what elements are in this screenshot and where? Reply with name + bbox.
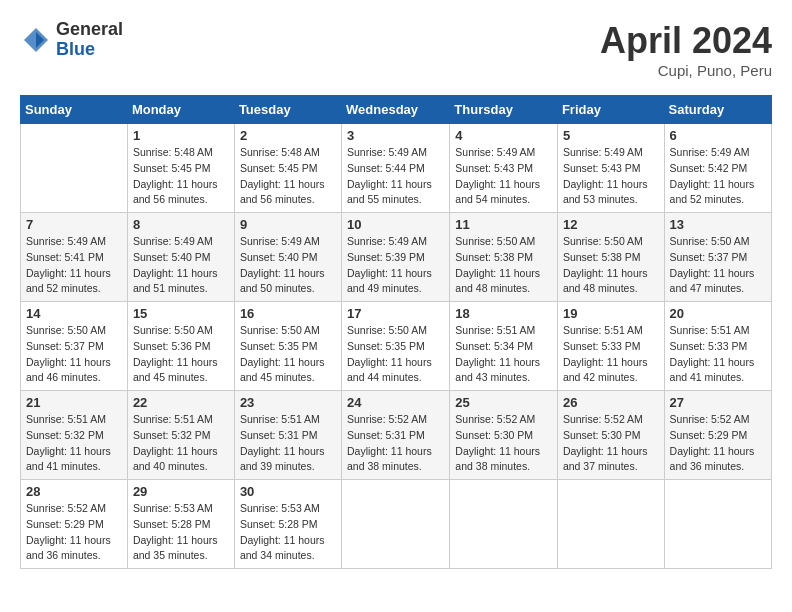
day-number: 24 [347,395,444,410]
day-info: Sunrise: 5:51 AMSunset: 5:33 PMDaylight:… [563,323,659,386]
day-number: 4 [455,128,552,143]
day-info: Sunrise: 5:50 AMSunset: 5:37 PMDaylight:… [670,234,766,297]
day-info: Sunrise: 5:49 AMSunset: 5:40 PMDaylight:… [240,234,336,297]
day-cell: 27Sunrise: 5:52 AMSunset: 5:29 PMDayligh… [664,391,771,480]
day-cell [664,480,771,569]
day-cell: 4Sunrise: 5:49 AMSunset: 5:43 PMDaylight… [450,124,558,213]
day-number: 19 [563,306,659,321]
day-cell: 25Sunrise: 5:52 AMSunset: 5:30 PMDayligh… [450,391,558,480]
week-row-3: 14Sunrise: 5:50 AMSunset: 5:37 PMDayligh… [21,302,772,391]
title-block: April 2024 Cupi, Puno, Peru [600,20,772,79]
day-info: Sunrise: 5:49 AMSunset: 5:39 PMDaylight:… [347,234,444,297]
day-number: 2 [240,128,336,143]
day-cell: 23Sunrise: 5:51 AMSunset: 5:31 PMDayligh… [234,391,341,480]
day-number: 18 [455,306,552,321]
col-header-monday: Monday [127,96,234,124]
calendar-table: SundayMondayTuesdayWednesdayThursdayFrid… [20,95,772,569]
day-cell: 12Sunrise: 5:50 AMSunset: 5:38 PMDayligh… [557,213,664,302]
day-info: Sunrise: 5:48 AMSunset: 5:45 PMDaylight:… [133,145,229,208]
col-header-friday: Friday [557,96,664,124]
day-cell: 8Sunrise: 5:49 AMSunset: 5:40 PMDaylight… [127,213,234,302]
day-cell: 7Sunrise: 5:49 AMSunset: 5:41 PMDaylight… [21,213,128,302]
day-number: 5 [563,128,659,143]
month-title: April 2024 [600,20,772,62]
day-cell: 17Sunrise: 5:50 AMSunset: 5:35 PMDayligh… [342,302,450,391]
day-info: Sunrise: 5:50 AMSunset: 5:36 PMDaylight:… [133,323,229,386]
day-cell: 16Sunrise: 5:50 AMSunset: 5:35 PMDayligh… [234,302,341,391]
day-info: Sunrise: 5:51 AMSunset: 5:33 PMDaylight:… [670,323,766,386]
day-number: 16 [240,306,336,321]
day-info: Sunrise: 5:52 AMSunset: 5:29 PMDaylight:… [670,412,766,475]
day-info: Sunrise: 5:50 AMSunset: 5:37 PMDaylight:… [26,323,122,386]
day-number: 28 [26,484,122,499]
col-header-saturday: Saturday [664,96,771,124]
day-info: Sunrise: 5:53 AMSunset: 5:28 PMDaylight:… [240,501,336,564]
day-info: Sunrise: 5:49 AMSunset: 5:41 PMDaylight:… [26,234,122,297]
day-info: Sunrise: 5:52 AMSunset: 5:29 PMDaylight:… [26,501,122,564]
day-number: 17 [347,306,444,321]
day-cell: 18Sunrise: 5:51 AMSunset: 5:34 PMDayligh… [450,302,558,391]
day-info: Sunrise: 5:49 AMSunset: 5:44 PMDaylight:… [347,145,444,208]
week-row-5: 28Sunrise: 5:52 AMSunset: 5:29 PMDayligh… [21,480,772,569]
day-info: Sunrise: 5:52 AMSunset: 5:30 PMDaylight:… [455,412,552,475]
day-cell [450,480,558,569]
day-number: 22 [133,395,229,410]
day-cell: 6Sunrise: 5:49 AMSunset: 5:42 PMDaylight… [664,124,771,213]
day-number: 26 [563,395,659,410]
day-info: Sunrise: 5:48 AMSunset: 5:45 PMDaylight:… [240,145,336,208]
day-cell: 1Sunrise: 5:48 AMSunset: 5:45 PMDaylight… [127,124,234,213]
day-cell: 13Sunrise: 5:50 AMSunset: 5:37 PMDayligh… [664,213,771,302]
day-number: 9 [240,217,336,232]
day-cell [342,480,450,569]
logo-blue: Blue [56,40,123,60]
day-info: Sunrise: 5:51 AMSunset: 5:32 PMDaylight:… [26,412,122,475]
day-cell: 14Sunrise: 5:50 AMSunset: 5:37 PMDayligh… [21,302,128,391]
logo-general: General [56,20,123,40]
day-info: Sunrise: 5:49 AMSunset: 5:40 PMDaylight:… [133,234,229,297]
day-cell [557,480,664,569]
day-cell: 3Sunrise: 5:49 AMSunset: 5:44 PMDaylight… [342,124,450,213]
day-number: 30 [240,484,336,499]
day-cell: 24Sunrise: 5:52 AMSunset: 5:31 PMDayligh… [342,391,450,480]
day-cell: 28Sunrise: 5:52 AMSunset: 5:29 PMDayligh… [21,480,128,569]
day-number: 21 [26,395,122,410]
day-info: Sunrise: 5:50 AMSunset: 5:35 PMDaylight:… [347,323,444,386]
day-info: Sunrise: 5:49 AMSunset: 5:43 PMDaylight:… [455,145,552,208]
day-number: 12 [563,217,659,232]
day-info: Sunrise: 5:52 AMSunset: 5:31 PMDaylight:… [347,412,444,475]
day-number: 10 [347,217,444,232]
day-number: 1 [133,128,229,143]
day-info: Sunrise: 5:49 AMSunset: 5:42 PMDaylight:… [670,145,766,208]
week-row-4: 21Sunrise: 5:51 AMSunset: 5:32 PMDayligh… [21,391,772,480]
day-number: 29 [133,484,229,499]
header-row: SundayMondayTuesdayWednesdayThursdayFrid… [21,96,772,124]
day-number: 8 [133,217,229,232]
week-row-1: 1Sunrise: 5:48 AMSunset: 5:45 PMDaylight… [21,124,772,213]
day-cell: 20Sunrise: 5:51 AMSunset: 5:33 PMDayligh… [664,302,771,391]
logo-text: General Blue [56,20,123,60]
day-number: 14 [26,306,122,321]
page-header: General Blue April 2024 Cupi, Puno, Peru [20,20,772,79]
day-number: 27 [670,395,766,410]
day-cell: 9Sunrise: 5:49 AMSunset: 5:40 PMDaylight… [234,213,341,302]
day-info: Sunrise: 5:52 AMSunset: 5:30 PMDaylight:… [563,412,659,475]
day-cell [21,124,128,213]
day-cell: 15Sunrise: 5:50 AMSunset: 5:36 PMDayligh… [127,302,234,391]
week-row-2: 7Sunrise: 5:49 AMSunset: 5:41 PMDaylight… [21,213,772,302]
day-info: Sunrise: 5:53 AMSunset: 5:28 PMDaylight:… [133,501,229,564]
day-number: 20 [670,306,766,321]
day-info: Sunrise: 5:49 AMSunset: 5:43 PMDaylight:… [563,145,659,208]
col-header-wednesday: Wednesday [342,96,450,124]
day-number: 6 [670,128,766,143]
logo-icon [20,24,52,56]
day-cell: 5Sunrise: 5:49 AMSunset: 5:43 PMDaylight… [557,124,664,213]
day-number: 7 [26,217,122,232]
day-info: Sunrise: 5:51 AMSunset: 5:31 PMDaylight:… [240,412,336,475]
day-cell: 26Sunrise: 5:52 AMSunset: 5:30 PMDayligh… [557,391,664,480]
col-header-sunday: Sunday [21,96,128,124]
day-cell: 10Sunrise: 5:49 AMSunset: 5:39 PMDayligh… [342,213,450,302]
day-cell: 21Sunrise: 5:51 AMSunset: 5:32 PMDayligh… [21,391,128,480]
day-number: 11 [455,217,552,232]
location-subtitle: Cupi, Puno, Peru [600,62,772,79]
col-header-thursday: Thursday [450,96,558,124]
